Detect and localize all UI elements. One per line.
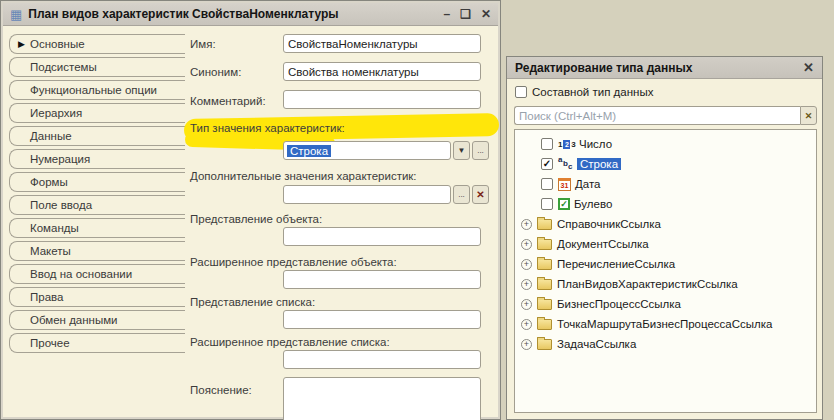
type-label: Число [579, 138, 612, 150]
extended-list-presentation-label: Расширенное представление списка: [190, 336, 390, 348]
string-checkbox[interactable]: ✓ [541, 158, 553, 170]
name-field[interactable] [283, 34, 481, 53]
string-type-icon: abc [558, 157, 573, 171]
tab-rights[interactable]: Права [9, 287, 185, 307]
type-item-boolean[interactable]: ✓ Булево [515, 194, 816, 214]
additional-values-row: ... ✕ [283, 185, 489, 204]
comment-field[interactable] [283, 90, 481, 109]
ref-item-chart-of-characteristic-types[interactable]: + ПланВидовХарактеристикСсылка [515, 274, 816, 294]
tab-label: Нумерация [30, 150, 90, 169]
value-type-ellipsis-button[interactable]: ... [472, 141, 489, 160]
tab-label: Основные [30, 35, 85, 54]
date-checkbox[interactable] [541, 178, 553, 190]
folder-icon [537, 219, 552, 230]
expand-icon[interactable]: + [521, 279, 532, 290]
additional-values-ellipsis-button[interactable]: ... [453, 185, 470, 204]
expand-icon[interactable]: + [521, 319, 532, 330]
tab-functional-options[interactable]: Функциональные опции [9, 80, 185, 100]
additional-values-clear-button[interactable]: ✕ [472, 185, 489, 204]
tab-label: Функциональные опции [30, 81, 157, 100]
ref-label: ПланВидовХарактеристикСсылка [557, 278, 738, 290]
dialog-titlebar[interactable]: Редактирование типа данных ✕ [507, 57, 822, 79]
value-type-dropdown-button[interactable]: ▼ [453, 141, 470, 160]
window-titlebar[interactable]: ▦ План видов характеристик СвойстваНомен… [3, 3, 498, 26]
tab-label: Формы [30, 173, 68, 192]
clear-icon: ✕ [805, 112, 813, 120]
number-type-icon: 123 [558, 140, 575, 149]
ref-item-task[interactable]: + ЗадачаСсылка [515, 334, 816, 354]
tab-hierarchy[interactable]: Иерархия [9, 103, 185, 123]
list-presentation-label: Представление списка: [190, 296, 315, 308]
additional-values-field[interactable] [283, 185, 451, 204]
value-type-selected-value: Строка [287, 145, 331, 157]
desktop: ▦ План видов характеристик СвойстваНомен… [0, 0, 834, 420]
type-label: Дата [575, 178, 600, 190]
search-row: ✕ [514, 106, 817, 125]
ref-label: СправочникСсылка [557, 218, 661, 230]
tab-input-field[interactable]: Поле ввода [9, 195, 185, 215]
tab-numbering[interactable]: Нумерация [9, 149, 185, 169]
explanation-field[interactable] [283, 377, 481, 420]
search-input[interactable] [514, 106, 800, 125]
edit-data-type-dialog: Редактирование типа данных ✕ Составной т… [506, 56, 823, 420]
ref-item-business-process-route-point[interactable]: + ТочкаМаршрутаБизнесПроцессаСсылка [515, 314, 816, 334]
ref-label: ТочкаМаршрутаБизнесПроцессаСсылка [557, 318, 772, 330]
date-type-icon: 31 [558, 178, 571, 191]
compound-type-checkbox[interactable] [515, 86, 527, 98]
object-presentation-field[interactable] [283, 227, 481, 246]
type-label: Булево [574, 198, 612, 210]
tab-label: Обмен данными [30, 311, 118, 330]
tab-commands[interactable]: Команды [9, 218, 185, 238]
ref-label: ПеречислениеСсылка [557, 258, 675, 270]
tab-label: Команды [30, 219, 79, 238]
expand-icon[interactable]: + [521, 299, 532, 310]
type-item-number[interactable]: 123 Число [515, 134, 816, 154]
type-item-string[interactable]: ✓ abc Строка [515, 154, 816, 174]
tab-templates[interactable]: Макеты [9, 241, 185, 261]
minimize-button[interactable]: – [443, 7, 450, 21]
explanation-label: Пояснение: [190, 384, 252, 396]
ref-item-business-process[interactable]: + БизнесПроцессСсылка [515, 294, 816, 314]
extended-list-presentation-field[interactable] [283, 350, 481, 369]
synonym-field[interactable] [283, 62, 481, 81]
name-label: Имя: [190, 38, 216, 50]
boolean-checkbox[interactable] [541, 198, 553, 210]
tab-label: Прочее [30, 334, 70, 353]
tab-subsystems[interactable]: Подсистемы [9, 57, 185, 77]
list-presentation-field[interactable] [283, 310, 481, 329]
clear-icon: ✕ [476, 191, 484, 199]
search-clear-button[interactable]: ✕ [800, 106, 817, 125]
expand-icon[interactable]: + [521, 239, 532, 250]
tab-general[interactable]: ▶ Основные [9, 34, 185, 54]
expand-icon[interactable]: + [521, 259, 532, 270]
type-item-date[interactable]: 31 Дата [515, 174, 816, 194]
value-type-combobox[interactable]: Строка [283, 141, 451, 160]
ref-item-catalog[interactable]: + СправочникСсылка [515, 214, 816, 234]
ref-item-enum[interactable]: + ПеречислениеСсылка [515, 254, 816, 274]
number-checkbox[interactable] [541, 138, 553, 150]
type-tree: 123 Число ✓ abc Строка 31 Дата ✓ Булево … [514, 129, 817, 413]
tab-data-exchange[interactable]: Обмен данными [9, 310, 185, 330]
ref-item-document[interactable]: + ДокументСсылка [515, 234, 816, 254]
active-tab-marker-icon: ▶ [18, 35, 30, 54]
folder-icon [537, 239, 552, 250]
tab-label: Ввод на основании [30, 265, 132, 284]
ref-label: ДокументСсылка [557, 238, 649, 250]
tab-label: Поле ввода [30, 196, 92, 215]
chart-of-characteristic-types-window: ▦ План видов характеристик СвойстваНомен… [0, 0, 501, 420]
dialog-close-button[interactable]: ✕ [803, 60, 814, 75]
tab-label: Иерархия [30, 104, 82, 123]
tab-data[interactable]: Данные [9, 126, 185, 146]
expand-icon[interactable]: + [521, 219, 532, 230]
extended-object-presentation-field[interactable] [283, 270, 481, 289]
tab-label: Макеты [30, 242, 71, 261]
compound-type-checkbox-row[interactable]: Составной тип данных [515, 86, 653, 98]
tab-other[interactable]: Прочее [9, 333, 185, 353]
tab-forms[interactable]: Формы [9, 172, 185, 192]
ref-label: ЗадачаСсылка [557, 338, 636, 350]
tab-input-on-basis[interactable]: Ввод на основании [9, 264, 185, 284]
maximize-button[interactable]: ❑ [460, 7, 471, 21]
expand-icon[interactable]: + [521, 339, 532, 350]
extended-object-presentation-label: Расширенное представление объекта: [190, 256, 397, 268]
close-button[interactable]: ✕ [481, 7, 491, 21]
